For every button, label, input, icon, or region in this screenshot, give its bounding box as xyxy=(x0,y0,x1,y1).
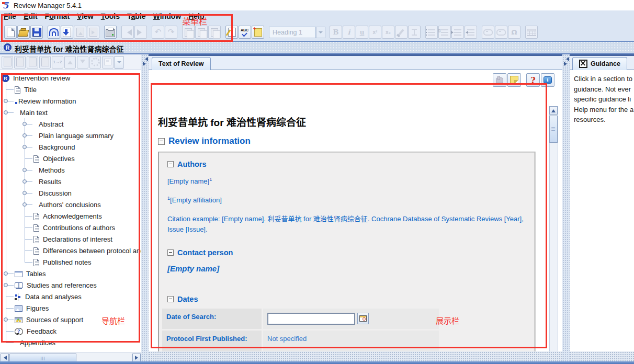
tree-item-intervention-review[interactable]: RIntervention review xyxy=(0,72,141,84)
add-note-button[interactable] xyxy=(507,73,521,87)
tab-guidance[interactable]: Guidance xyxy=(572,57,627,70)
menu-view[interactable]: View xyxy=(77,12,94,20)
section-dates[interactable]: Dates xyxy=(167,295,535,303)
scroll-left-button[interactable] xyxy=(1,354,9,362)
tree-item-objectives[interactable]: Objectives xyxy=(0,153,141,164)
collapse-icon[interactable] xyxy=(167,161,174,167)
tree-item-label: Main text xyxy=(20,109,48,117)
menu-table[interactable]: Table xyxy=(127,12,146,20)
heading-style-value: Heading 1 xyxy=(273,29,302,36)
expand-handle-icon[interactable] xyxy=(4,110,8,115)
tree-item-acknowledgements[interactable]: Acknowledgements xyxy=(0,210,141,222)
left-splitter[interactable] xyxy=(141,54,149,362)
collapse-left-arrow[interactable] xyxy=(564,57,569,61)
tree-item-plain-language-summary[interactable]: Plain language summary xyxy=(0,130,141,141)
menu-window[interactable]: Window xyxy=(153,12,182,20)
scroll-thumb[interactable]: ||| xyxy=(9,354,76,362)
tree-item-studies-and-references[interactable]: Studies and references xyxy=(0,279,141,291)
expand-right-arrow[interactable] xyxy=(143,62,148,66)
collapse-icon[interactable] xyxy=(167,249,174,256)
section-contact-person[interactable]: Contact person xyxy=(167,248,535,257)
archie-home-button[interactable] xyxy=(48,26,60,39)
tree-item-contributions-of-authors[interactable]: Contributions of authors xyxy=(0,222,141,233)
expand-handle-icon[interactable] xyxy=(4,283,8,287)
content-vertical-scrollbar[interactable]: ||| xyxy=(549,106,558,364)
menu-edit[interactable]: Edit xyxy=(24,12,37,20)
save-button[interactable] xyxy=(30,26,43,39)
heading-style-dropdown[interactable]: Heading 1 xyxy=(269,27,316,38)
tree-item-title[interactable]: Title xyxy=(0,84,141,95)
tree-item-methods[interactable]: Methods xyxy=(0,164,141,176)
outline-add-button xyxy=(2,56,13,69)
scroll-thumb[interactable]: ||| xyxy=(549,116,558,143)
new-note-button[interactable] xyxy=(252,26,264,39)
gpencil2-icon xyxy=(41,58,49,66)
expand-right-arrow[interactable] xyxy=(564,62,569,66)
status-texture xyxy=(149,351,562,362)
tree-item-differences-between-protocol-and-rev[interactable]: Differences between protocol and rev xyxy=(0,245,141,256)
section-heading-label: Review information xyxy=(168,136,251,146)
check-in-button[interactable] xyxy=(61,26,73,39)
tab-text-of-review[interactable]: Text of Review xyxy=(152,57,211,70)
dates-heading-label: Dates xyxy=(177,295,198,303)
section-review-information[interactable]: Review information xyxy=(158,136,549,146)
tree-item-abstract[interactable]: Abstract xyxy=(0,118,141,130)
note-icon xyxy=(510,76,518,84)
tree-item-declarations-of-interest[interactable]: Declarations of interest xyxy=(0,233,141,245)
tree-item-figures[interactable]: Figures xyxy=(0,302,141,314)
collapse-icon[interactable] xyxy=(167,296,174,302)
scroll-up-button[interactable] xyxy=(549,106,558,115)
undo-button: ↶ xyxy=(152,26,164,39)
menu-format[interactable]: Format xyxy=(45,12,70,20)
menu-file[interactable]: File xyxy=(4,12,16,20)
tree-item-background[interactable]: Background xyxy=(0,141,141,153)
contact-person-name[interactable]: [Empty name] xyxy=(167,264,535,273)
expand-handle-icon[interactable] xyxy=(4,317,8,322)
revman-logo-icon: 5 xyxy=(3,1,8,10)
dates-row-label: Date of Search: xyxy=(162,309,262,329)
right-splitter[interactable] xyxy=(562,54,570,362)
calendar-picker-button[interactable] xyxy=(357,313,369,324)
tree-item-tables[interactable]: Tables xyxy=(0,268,141,279)
question-icon: ? xyxy=(530,75,535,85)
expand-handle-icon[interactable] xyxy=(22,202,27,207)
tree-item-main-text[interactable]: Main text xyxy=(0,107,141,118)
scroll-right-button[interactable] xyxy=(132,354,141,362)
section-authors[interactable]: Authors xyxy=(167,160,535,168)
expand-handle-icon[interactable] xyxy=(22,145,27,149)
tree-item-feedback[interactable]: Feedback xyxy=(0,325,141,337)
spelling-document-button[interactable] xyxy=(225,26,238,39)
expand-handle-icon[interactable] xyxy=(22,122,27,126)
expand-handle-icon[interactable] xyxy=(22,191,27,195)
expand-handle-icon[interactable] xyxy=(22,168,27,172)
outline-horizontal-scrollbar[interactable]: ||| xyxy=(0,352,141,362)
expand-handle-icon[interactable] xyxy=(22,133,27,138)
spell-check-button[interactable] xyxy=(239,26,251,39)
collapse-left-arrow[interactable] xyxy=(143,57,148,61)
author-affiliation[interactable]: 1[Empty affiliation] xyxy=(167,196,535,204)
tree-item-results[interactable]: Results xyxy=(0,176,141,187)
tree-item-published-notes[interactable]: Published notes xyxy=(0,256,141,268)
close-icon[interactable] xyxy=(579,60,587,68)
open-button[interactable] xyxy=(17,26,30,39)
tree-item-review-information[interactable]: Review information xyxy=(0,95,141,107)
expand-handle-icon[interactable] xyxy=(22,179,27,184)
expand-handle-icon[interactable] xyxy=(4,99,8,103)
outline-preview-button xyxy=(27,56,38,69)
tree-item-data-and-analyses[interactable]: Data and analyses xyxy=(0,291,141,302)
print-button[interactable] xyxy=(104,26,117,39)
guidance-info-button[interactable]: i xyxy=(541,73,554,87)
tree-item-appendices[interactable]: Appendices xyxy=(0,337,141,348)
new-button[interactable] xyxy=(4,26,17,39)
date-of-search-input[interactable] xyxy=(267,313,355,325)
tree-item-discussion[interactable]: Discussion xyxy=(0,187,141,199)
menu-tools[interactable]: Tools xyxy=(101,12,120,20)
expand-handle-icon[interactable] xyxy=(4,271,8,276)
heading-dropdown-arrow[interactable] xyxy=(316,27,325,38)
tree-item-authors-conclusions[interactable]: Authors' conclusions xyxy=(0,199,141,210)
collapse-icon[interactable] xyxy=(158,138,165,145)
author-name[interactable]: [Empty name]1 xyxy=(167,177,535,185)
outline-move-up-button xyxy=(64,56,76,69)
help-button[interactable]: ? xyxy=(526,73,540,87)
outline-more-dropdown[interactable] xyxy=(115,56,123,69)
